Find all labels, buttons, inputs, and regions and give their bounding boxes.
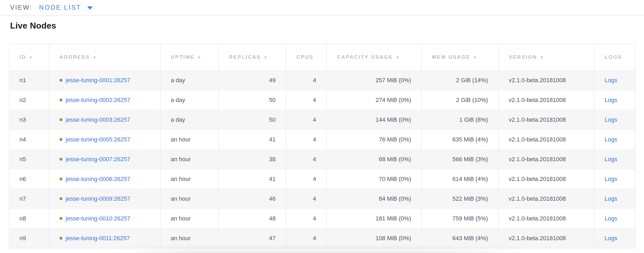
cell-address: jesse-tuning-0003:26257	[49, 110, 160, 130]
cell-uptime: an hour	[160, 228, 218, 248]
cell-uptime: a day	[160, 90, 218, 110]
cell-id: n4	[9, 130, 49, 149]
cell-address: jesse-tuning-0011:26257	[49, 228, 160, 248]
column-header-uptime[interactable]: UPTIME▼	[160, 44, 218, 70]
sort-desc-icon: ▼	[29, 55, 33, 60]
cell-uptime: an hour	[160, 169, 218, 189]
table-row: n9jesse-tuning-0011:26257an hour474108 M…	[9, 228, 635, 248]
logs-link[interactable]: Logs	[605, 136, 617, 143]
logs-link[interactable]: Logs	[605, 116, 617, 123]
logs-link[interactable]: Logs	[605, 195, 617, 202]
cell-id: n8	[9, 209, 49, 228]
cell-logs: Logs	[594, 209, 635, 228]
cell-cpus: 4	[286, 228, 327, 248]
column-label: LOGS	[605, 54, 622, 60]
logs-link[interactable]: Logs	[605, 156, 617, 163]
logs-link[interactable]: Logs	[605, 215, 617, 222]
table-row: n3jesse-tuning-0003:26257a day504144 MiB…	[9, 110, 635, 130]
column-label: ID	[19, 54, 26, 60]
column-header-capacity[interactable]: CAPACITY USAGE▼	[327, 44, 422, 70]
node-live-status-dot	[59, 158, 62, 161]
node-address-link[interactable]: jesse-tuning-0005:26257	[66, 136, 130, 143]
live-nodes-table: ID▼ADDRESS▼UPTIME▼REPLICAS▼CPUSCAPACITY …	[9, 44, 635, 248]
cell-replicas: 46	[218, 189, 286, 209]
view-selected-value: NODE LIST	[39, 4, 81, 11]
cell-version: v2.1.0-beta.20181008	[498, 189, 594, 209]
sort-desc-icon: ▼	[197, 55, 202, 60]
view-selector-dropdown[interactable]: NODE LIST	[39, 4, 93, 11]
cell-version: v2.1.0-beta.20181008	[498, 110, 594, 130]
cell-logs: Logs	[594, 110, 635, 130]
node-live-status-dot	[59, 217, 62, 220]
column-header-address[interactable]: ADDRESS▼	[49, 44, 160, 70]
cell-cpus: 4	[286, 90, 327, 110]
cell-cpus: 4	[286, 169, 327, 189]
cell-mem: 759 MiB (5%)	[422, 209, 498, 228]
logs-link[interactable]: Logs	[605, 77, 617, 84]
cell-cpus: 4	[286, 70, 327, 90]
table-row: n1jesse-tuning-0001:26257a day494257 MiB…	[9, 70, 635, 90]
logs-link[interactable]: Logs	[605, 97, 617, 103]
table-body: n1jesse-tuning-0001:26257a day494257 MiB…	[9, 70, 635, 248]
cell-mem: 635 MiB (4%)	[422, 130, 498, 149]
cell-cpus: 4	[286, 189, 327, 209]
node-address-link[interactable]: jesse-tuning-0003:26257	[66, 116, 130, 123]
cell-address: jesse-tuning-0007:26257	[49, 149, 160, 169]
live-nodes-table-container: ID▼ADDRESS▼UPTIME▼REPLICAS▼CPUSCAPACITY …	[9, 44, 635, 248]
sort-desc-icon: ▼	[396, 55, 400, 60]
column-header-replicas[interactable]: REPLICAS▼	[218, 44, 286, 70]
cell-capacity: 68 MiB (0%)	[327, 149, 422, 169]
cell-replicas: 50	[218, 110, 286, 130]
node-address-link[interactable]: jesse-tuning-0010:26257	[66, 215, 130, 222]
node-live-status-dot	[59, 118, 62, 121]
cell-version: v2.1.0-beta.20181008	[498, 70, 594, 90]
cell-logs: Logs	[594, 189, 635, 209]
cell-id: n6	[9, 169, 49, 189]
node-address-link[interactable]: jesse-tuning-0009:26257	[66, 195, 130, 202]
column-label: ADDRESS	[59, 54, 90, 60]
node-address-link[interactable]: jesse-tuning-0006:26257	[66, 176, 130, 182]
node-live-status-dot	[59, 177, 62, 180]
cell-uptime: a day	[160, 70, 218, 90]
column-label: CAPACITY USAGE	[337, 54, 393, 60]
cell-replicas: 50	[218, 90, 286, 110]
cell-replicas: 48	[218, 209, 286, 228]
logs-link[interactable]: Logs	[605, 176, 617, 182]
cell-id: n5	[9, 149, 49, 169]
cell-version: v2.1.0-beta.20181008	[498, 228, 594, 248]
cell-address: jesse-tuning-0009:26257	[49, 189, 160, 209]
cell-cpus: 4	[286, 110, 327, 130]
cell-mem: 1 GiB (8%)	[422, 110, 498, 130]
table-row: n4jesse-tuning-0005:26257an hour41476 Mi…	[9, 130, 635, 149]
cell-logs: Logs	[594, 228, 635, 248]
node-live-status-dot	[59, 79, 62, 82]
cell-version: v2.1.0-beta.20181008	[498, 130, 594, 149]
table-row: n8jesse-tuning-0010:26257an hour484181 M…	[9, 209, 635, 228]
node-live-status-dot	[59, 138, 62, 141]
cell-capacity: 257 MiB (0%)	[327, 70, 422, 90]
node-address-link[interactable]: jesse-tuning-0007:26257	[66, 156, 130, 163]
node-address-link[interactable]: jesse-tuning-0001:26257	[66, 77, 130, 84]
cell-id: n1	[9, 70, 49, 90]
column-header-version[interactable]: VERSION▼	[498, 44, 594, 70]
cell-cpus: 4	[286, 130, 327, 149]
cell-logs: Logs	[594, 70, 635, 90]
node-address-link[interactable]: jesse-tuning-0002:26257	[66, 97, 130, 103]
logs-link[interactable]: Logs	[605, 235, 617, 242]
column-header-cpus: CPUS	[286, 44, 327, 70]
cell-mem: 2 GiB (14%)	[422, 70, 498, 90]
cell-address: jesse-tuning-0006:26257	[49, 169, 160, 189]
column-header-id[interactable]: ID▼	[9, 44, 49, 70]
cell-capacity: 70 MiB (0%)	[327, 169, 422, 189]
node-address-link[interactable]: jesse-tuning-0011:26257	[66, 235, 130, 242]
node-live-status-dot	[59, 197, 62, 200]
cell-cpus: 4	[286, 209, 327, 228]
cell-id: n3	[9, 110, 49, 130]
cell-address: jesse-tuning-0005:26257	[49, 130, 160, 149]
cell-capacity: 274 MiB (0%)	[327, 90, 422, 110]
sort-desc-icon: ▼	[264, 55, 268, 60]
cell-replicas: 49	[218, 70, 286, 90]
column-header-mem[interactable]: MEM USAGE▼	[422, 44, 498, 70]
cell-logs: Logs	[594, 90, 635, 110]
cell-mem: 522 MiB (3%)	[422, 189, 498, 209]
